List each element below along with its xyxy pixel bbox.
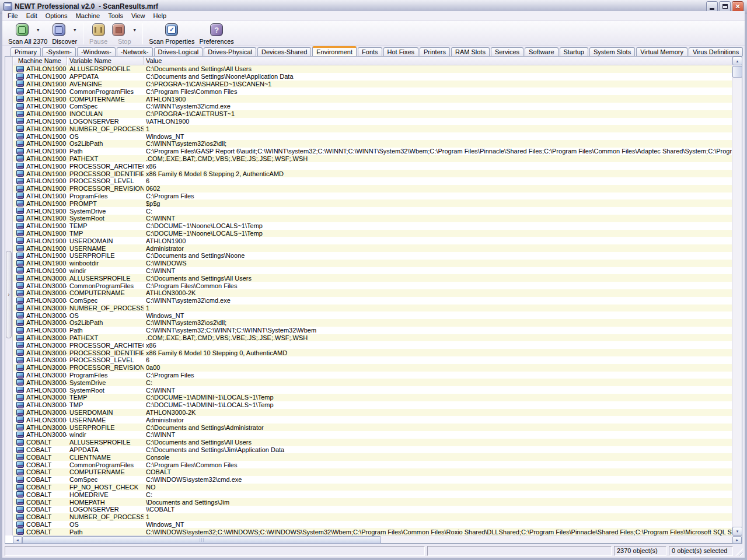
table-row[interactable]: ATHLON3000-2KPATHEXT.COM;.EXE;.BAT;.CMD;… bbox=[13, 334, 732, 342]
table-row[interactable]: COBALTOSWindows_NT bbox=[13, 521, 732, 528]
table-row[interactable]: ATHLON1900windirC:\WINNT bbox=[13, 267, 732, 275]
table-row[interactable]: ATHLON3000-2KOs2LibPathC:\WINNT\system32… bbox=[13, 319, 732, 327]
table-row[interactable]: ATHLON1900PATHEXT.COM;.EXE;.BAT;.CMD;.VB… bbox=[13, 155, 732, 163]
table-row[interactable]: ATHLON1900ComSpecC:\WINNT\system32\cmd.e… bbox=[13, 103, 732, 110]
table-row[interactable]: COBALTCommonProgramFilesC:\Program Files… bbox=[13, 461, 732, 468]
scroll-down-button[interactable]: ▼ bbox=[732, 527, 742, 536]
table-row[interactable]: ATHLON1900SystemDriveC: bbox=[13, 207, 732, 215]
table-row[interactable]: ATHLON1900PathC:\Program Files\GASP Repo… bbox=[13, 148, 732, 155]
tab-system-slots[interactable]: System Slots bbox=[589, 47, 635, 56]
table-row[interactable]: COBALTFP_NO_HOST_CHECKNO bbox=[13, 484, 732, 491]
toolbar-button-discover[interactable]: ▼Discover bbox=[50, 22, 79, 46]
tab-environment[interactable]: Environment bbox=[312, 46, 357, 56]
table-row[interactable]: ATHLON3000-2KTMPC:\DOCUME~1\ADMINI~1\LOC… bbox=[13, 401, 732, 409]
menu-item-tools[interactable]: Tools bbox=[104, 12, 127, 20]
table-row[interactable]: COBALTALLUSERSPROFILEC:\Documents and Se… bbox=[13, 439, 732, 446]
table-row[interactable]: ATHLON1900PROMPT$p$g bbox=[13, 200, 732, 207]
table-row[interactable]: ATHLON3000-2KPROCESSOR_LEVEL6 bbox=[13, 356, 732, 364]
dropdown-arrow-icon[interactable]: ▼ bbox=[73, 28, 77, 32]
tab-hot-fixes[interactable]: Hot Fixes bbox=[383, 47, 418, 56]
table-row[interactable]: ATHLON1900COMPUTERNAMEATHLON1900 bbox=[13, 95, 732, 103]
minimize-button[interactable] bbox=[706, 1, 718, 12]
tab-virtual-memory[interactable]: Virtual Memory bbox=[636, 47, 687, 56]
toolbar-button-scan-all-2370[interactable]: ▼Scan All 2370 bbox=[6, 22, 50, 46]
table-row[interactable]: ATHLON1900NUMBER_OF_PROCESSORS1 bbox=[13, 125, 732, 132]
menu-item-file[interactable]: File bbox=[4, 12, 22, 20]
table-row[interactable]: ATHLON1900USERNAMEAdministrator bbox=[13, 244, 732, 252]
table-row[interactable]: ATHLON3000-2KCommonProgramFilesC:\Progra… bbox=[13, 282, 732, 289]
table-row[interactable]: ATHLON3000-2KCOMPUTERNAMEATHLON3000-2K bbox=[13, 289, 732, 297]
tab-virus-definitions[interactable]: Virus Definitions bbox=[689, 47, 743, 56]
table-row[interactable]: ATHLON3000-2KUSERPROFILEC:\Documents and… bbox=[13, 424, 732, 431]
table-row[interactable]: ATHLON1900SystemRootC:\WINNT bbox=[13, 215, 732, 222]
table-row[interactable]: ATHLON1900Os2LibPathC:\WINNT\system32\os… bbox=[13, 140, 732, 148]
column-header-value[interactable]: Value bbox=[144, 57, 732, 65]
table-row[interactable]: COBALTAPPDATAC:\Documents and Settings\J… bbox=[13, 446, 732, 454]
table-row[interactable]: COBALTHOMEPATH\Documents and Settings\Ji… bbox=[13, 498, 732, 506]
table-row[interactable]: COBALTComSpecC:\WINDOWS\system32\cmd.exe bbox=[13, 476, 732, 484]
table-row[interactable]: ATHLON3000-2KPROCESSOR_IDENTIFIERx86 Fam… bbox=[13, 349, 732, 356]
table-row[interactable]: ATHLON3000-2KPROCESSOR_ARCHITECTUREx86 bbox=[13, 341, 732, 349]
tab-drives-logical[interactable]: Drives-Logical bbox=[154, 47, 203, 56]
table-row[interactable]: ATHLON3000-2KOSWindows_NT bbox=[13, 312, 732, 319]
table-row[interactable]: ATHLON3000-2KNUMBER_OF_PROCESSORS1 bbox=[13, 304, 732, 312]
table-row[interactable]: ATHLON1900TEMPC:\DOCUME~1\Noone\LOCALS~1… bbox=[13, 222, 732, 230]
table-row[interactable]: ATHLON1900USERPROFILEC:\Documents and Se… bbox=[13, 252, 732, 260]
tab-drives-physical[interactable]: Drives-Physical bbox=[204, 47, 256, 56]
tab-printers[interactable]: Printers bbox=[420, 47, 450, 56]
table-row[interactable]: ATHLON3000-2KwindirC:\WINNT bbox=[13, 431, 732, 439]
table-row[interactable]: ATHLON3000-2KSystemDriveC: bbox=[13, 379, 732, 386]
table-row[interactable]: ATHLON3000-2KSystemRootC:\WINNT bbox=[13, 386, 732, 394]
close-button[interactable]: ✕ bbox=[732, 1, 743, 12]
table-row[interactable]: COBALTCOMPUTERNAMECOBALT bbox=[13, 468, 732, 476]
menu-item-edit[interactable]: Edit bbox=[22, 12, 41, 20]
table-row[interactable]: ATHLON1900AVENGINEC:\PROGRA~1\CA\SHARED~… bbox=[13, 80, 732, 88]
tab-services[interactable]: Services bbox=[491, 47, 523, 56]
column-header-machine-name[interactable]: Machine Name bbox=[13, 57, 67, 65]
table-row[interactable]: ATHLON1900winbootdirC:\WINDOWS bbox=[13, 260, 732, 267]
tab-fonts[interactable]: Fonts bbox=[358, 47, 382, 56]
table-row[interactable]: ATHLON3000-2KTEMPC:\DOCUME~1\ADMINI~1\LO… bbox=[13, 394, 732, 401]
menu-item-view[interactable]: View bbox=[127, 12, 149, 20]
table-row[interactable]: ATHLON1900PROCESSOR_LEVEL6 bbox=[13, 177, 732, 185]
dropdown-arrow-icon[interactable]: ▼ bbox=[36, 28, 40, 32]
column-header-variable-name[interactable]: Variable Name bbox=[67, 57, 144, 65]
toolbar-button-scan-properties[interactable]: Scan Properties bbox=[146, 22, 197, 46]
splitter-collapse-handle[interactable]: › bbox=[6, 251, 12, 338]
horizontal-scrollbar[interactable]: ◄ ► bbox=[13, 536, 742, 543]
table-row[interactable]: ATHLON1900CommonProgramFilesC:\Program F… bbox=[13, 88, 732, 95]
vertical-scroll-thumb[interactable] bbox=[732, 66, 742, 78]
table-row[interactable]: ATHLON1900INOCULANC:\PROGRA~1\CA\ETRUST~… bbox=[13, 110, 732, 118]
table-row[interactable]: ATHLON1900ALLUSERSPROFILEC:\Documents an… bbox=[13, 65, 732, 73]
tab-ram-slots[interactable]: RAM Slots bbox=[451, 47, 490, 56]
menu-item-options[interactable]: Options bbox=[41, 12, 72, 20]
tab-network[interactable]: -Network- bbox=[117, 47, 153, 56]
dropdown-arrow-icon[interactable]: ▼ bbox=[132, 28, 137, 32]
tab-software[interactable]: Software bbox=[525, 47, 558, 56]
table-row[interactable]: ATHLON1900LOGONSERVER\\ATHLON1900 bbox=[13, 118, 732, 125]
table-row[interactable]: ATHLON1900USERDOMAINATHLON1900 bbox=[13, 237, 732, 244]
table-row[interactable]: ATHLON1900PROCESSOR_IDENTIFIERx86 Family… bbox=[13, 170, 732, 177]
toolbar-button-preferences[interactable]: Preferences bbox=[197, 22, 236, 46]
tab-system[interactable]: -System- bbox=[42, 47, 76, 56]
table-row[interactable]: ATHLON3000-2KPathC:\WINNT\system32;C:\WI… bbox=[13, 327, 732, 334]
table-row[interactable]: ATHLON3000-2KComSpecC:\WINNT\system32\cm… bbox=[13, 297, 732, 304]
table-row[interactable]: COBALTHOMEDRIVEC: bbox=[13, 491, 732, 498]
menu-item-machine[interactable]: Machine bbox=[72, 12, 104, 20]
table-row[interactable]: ATHLON1900OSWindows_NT bbox=[13, 132, 732, 140]
table-row[interactable]: ATHLON3000-2KProgramFilesC:\Program File… bbox=[13, 372, 732, 379]
table-row[interactable]: COBALTLOGONSERVER\\COBALT bbox=[13, 506, 732, 513]
table-row[interactable]: ATHLON3000-2KUSERDOMAINATHLON3000-2K bbox=[13, 409, 732, 416]
table-row[interactable]: ATHLON3000-2KUSERNAMEAdministrator bbox=[13, 416, 732, 424]
table-row[interactable]: ATHLON3000-2KPROCESSOR_REVISION0a00 bbox=[13, 364, 732, 372]
table-row[interactable]: ATHLON1900APPDATAC:\Documents and Settin… bbox=[13, 73, 732, 80]
tab-windows[interactable]: -Windows- bbox=[77, 47, 116, 56]
table-row[interactable]: ATHLON1900PROCESSOR_ARCHITECTUREx86 bbox=[13, 162, 732, 170]
horizontal-scroll-track[interactable] bbox=[22, 536, 732, 543]
tab-primary[interactable]: Primary bbox=[11, 47, 41, 56]
scroll-left-button[interactable]: ◄ bbox=[13, 536, 22, 544]
tab-startup[interactable]: Startup bbox=[560, 47, 588, 56]
menu-item-help[interactable]: Help bbox=[149, 12, 171, 20]
resize-grip[interactable] bbox=[735, 548, 743, 556]
table-row[interactable]: COBALTCLIENTNAMEConsole bbox=[13, 453, 732, 461]
